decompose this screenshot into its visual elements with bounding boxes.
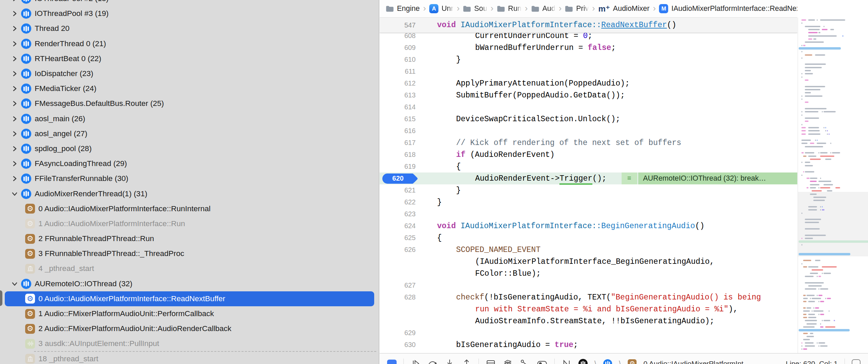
sidebar-thread-row[interactable]: RTHeartBeat 0 (22) — [5, 51, 374, 66]
breadcrumb-item[interactable]: Run — [497, 4, 521, 13]
thread-icon[interactable] — [603, 359, 612, 364]
sidebar-stack-frame-row[interactable]: ⚙1 Audio::IAudioMixerPlatformInterface::… — [5, 216, 374, 231]
sidebar-thread-row[interactable]: IOThreadPool #2 (18) — [5, 0, 374, 6]
minimap-viewport[interactable] — [798, 192, 868, 256]
code-line[interactable]: 617// Kick off rendering of the next set… — [380, 137, 797, 149]
line-number-gutter[interactable]: 625 — [380, 234, 420, 242]
debug-area-views-button[interactable] — [486, 359, 496, 364]
line-number-gutter[interactable]: 630 — [380, 341, 420, 349]
line-number-gutter[interactable]: 622 — [380, 198, 420, 206]
line-number-gutter[interactable]: 628 — [380, 293, 420, 301]
line-number-gutter[interactable]: 609 — [380, 44, 420, 52]
chevron-right-icon[interactable] — [10, 0, 19, 3]
line-number-gutter[interactable]: 623 — [380, 210, 420, 218]
code-line[interactable]: 623 — [380, 208, 797, 220]
line-number-gutter[interactable]: 624 — [380, 222, 420, 230]
line-number-gutter[interactable]: 629 — [380, 329, 420, 337]
step-out-button[interactable] — [462, 359, 472, 364]
sidebar-stack-frame-row[interactable]: ⚙3 FRunnableThreadPThread::_ThreadProc — [5, 246, 374, 261]
line-number-gutter[interactable]: 626 — [380, 246, 420, 254]
code-line[interactable]: (IAudioMixerPlatformInterface_BeginGener… — [380, 256, 797, 268]
code-line[interactable]: 627 — [380, 279, 797, 291]
sidebar-thread-row[interactable]: FAsyncLoadingThread (29) — [5, 156, 374, 171]
breadcrumb-item[interactable]: AUnr — [429, 4, 453, 13]
code-line[interactable]: 628checkf(!bIsGeneratingAudio, TEXT("Beg… — [380, 291, 797, 303]
sidebar-thread-row[interactable]: aosl_angel (27) — [5, 126, 374, 141]
step-into-button[interactable] — [445, 359, 455, 364]
line-number-gutter[interactable]: 621 — [380, 186, 420, 194]
code-line[interactable]: 619{ — [380, 161, 797, 172]
code-line[interactable]: 614 — [380, 101, 797, 113]
chevron-down-icon[interactable] — [10, 279, 19, 288]
code-line[interactable]: 610} — [380, 54, 797, 66]
current-debug-line[interactable]: 620AudioRenderEvent->Trigger(); ≡ AURemo… — [380, 172, 797, 184]
code-line[interactable]: 631 — [380, 351, 797, 353]
sidebar-stack-frame-row[interactable]: 18 _pthread_start — [5, 351, 374, 364]
chevron-right-icon[interactable] — [10, 39, 19, 48]
line-number-gutter[interactable]: 627 — [380, 281, 420, 289]
chevron-right-icon[interactable] — [10, 174, 19, 183]
line-number-gutter[interactable]: 618 — [380, 151, 420, 159]
line-number-gutter[interactable]: 610 — [380, 56, 420, 63]
line-number-gutter[interactable]: 615 — [380, 115, 420, 123]
chevron-right-icon[interactable] — [10, 114, 19, 123]
chevron-right-icon[interactable] — [10, 159, 19, 168]
stack-frames-button[interactable] — [503, 359, 513, 364]
trace-button[interactable] — [561, 359, 572, 364]
line-number-gutter[interactable]: 608 — [380, 32, 420, 40]
sidebar-thread-row[interactable]: FFileTransferRunnable (30) — [5, 171, 374, 186]
code-line[interactable]: 622} — [380, 196, 797, 208]
code-line[interactable]: 618if (AudioRenderEvent) — [380, 149, 797, 161]
line-number-gutter[interactable]: 619 — [380, 163, 420, 170]
sidebar-thread-row[interactable]: IOThreadPool #3 (19) — [5, 6, 374, 21]
location-button[interactable] — [520, 359, 530, 364]
breakpoint-badge[interactable]: 620 — [382, 174, 414, 184]
sidebar-stack-frame-row[interactable]: ⚙2 Audio::FMixerPlatformAudioUnit::Audio… — [5, 321, 374, 336]
line-number-gutter[interactable]: 611 — [380, 68, 420, 75]
toggle-pill-icon[interactable] — [537, 359, 548, 364]
editor-mode-button[interactable] — [852, 359, 861, 364]
sidebar-thread-row[interactable]: FMediaTicker (24) — [5, 81, 374, 96]
code-line[interactable]: AudioStreamInfo.StreamState, !!bIsGenera… — [380, 315, 797, 327]
sidebar-thread-row[interactable]: aosl_main (26) — [5, 111, 374, 126]
sticky-function-header[interactable]: 547 void IAudioMixerPlatformInterface::R… — [380, 18, 797, 33]
sidebar-stack-frame-row[interactable]: 4 _pthread_start — [5, 261, 374, 276]
code-line[interactable]: FColor::Blue); — [380, 268, 797, 279]
sidebar-stack-frame-row[interactable]: 3 ausdk::AUInputElement::PullInput — [5, 336, 374, 351]
code-line[interactable]: 616 — [380, 125, 797, 137]
chevron-right-icon[interactable] — [10, 144, 19, 153]
code-line[interactable]: 615DeviceSwapCriticalSection.Unlock(); — [380, 113, 797, 125]
code-line[interactable]: 612ApplyPrimaryAttenuation(PoppedAudio); — [380, 77, 797, 89]
sidebar-thread-row[interactable]: AudioMixerRenderThread(1) (31) — [5, 186, 374, 201]
continue-button[interactable] — [411, 359, 421, 364]
chevron-right-icon[interactable] — [10, 24, 19, 33]
sidebar-thread-row[interactable]: spdlog_pool (28) — [5, 141, 374, 156]
sidebar-stack-frame-row[interactable]: ⚙0 Audio::IAudioMixerPlatformInterface::… — [5, 201, 374, 216]
line-number-gutter[interactable]: 613 — [380, 91, 420, 99]
line-number-gutter[interactable]: 614 — [380, 103, 420, 111]
code-area[interactable]: 608CurrentUnderrunCount = 0;609bWarnedBu… — [380, 18, 797, 353]
sidebar-thread-row[interactable]: Thread 20 — [5, 21, 374, 36]
process-icon[interactable] — [578, 359, 588, 364]
chevron-right-icon[interactable] — [10, 99, 19, 108]
code-line[interactable]: 611 — [380, 66, 797, 77]
code-line[interactable]: 609bWarnedBufferUnderrun = false; — [380, 42, 797, 54]
sidebar-thread-row[interactable]: FMessageBus.DefaultBus.Router (25) — [5, 96, 374, 111]
sidebar-thread-row[interactable]: RenderThread 0 (21) — [5, 36, 374, 51]
chevron-down-icon[interactable] — [10, 189, 19, 198]
sidebar-stack-frame-row[interactable]: ⚙0 Audio::IAudioMixerPlatformInterface::… — [5, 291, 374, 306]
code-line[interactable]: 630bIsGeneratingAudio = true; — [380, 339, 797, 351]
code-line[interactable]: 626SCOPED_NAMED_EVENT — [380, 244, 797, 256]
frame-gear-icon[interactable]: ⚙ — [628, 359, 637, 364]
code-line[interactable]: 621} — [380, 184, 797, 196]
breadcrumb-item[interactable]: Aud — [531, 4, 555, 13]
code-line[interactable]: 625{ — [380, 232, 797, 244]
sidebar-stack-frame-row[interactable]: ⚙2 FRunnableThreadPThread::Run — [5, 231, 374, 246]
sidebar-stack-frame-row[interactable]: ⚙1 Audio::FMixerPlatformAudioUnit::Perfo… — [5, 306, 374, 321]
chevron-right-icon[interactable] — [10, 9, 19, 18]
sidebar-thread-row[interactable]: AURemoteIO::IOThread (32) — [5, 276, 374, 291]
breadcrumb-item[interactable]: Engine — [386, 4, 420, 13]
minimap[interactable] — [798, 18, 868, 353]
line-number-gutter[interactable]: 612 — [380, 79, 420, 87]
breadcrumb-item[interactable]: Priv — [565, 4, 589, 13]
